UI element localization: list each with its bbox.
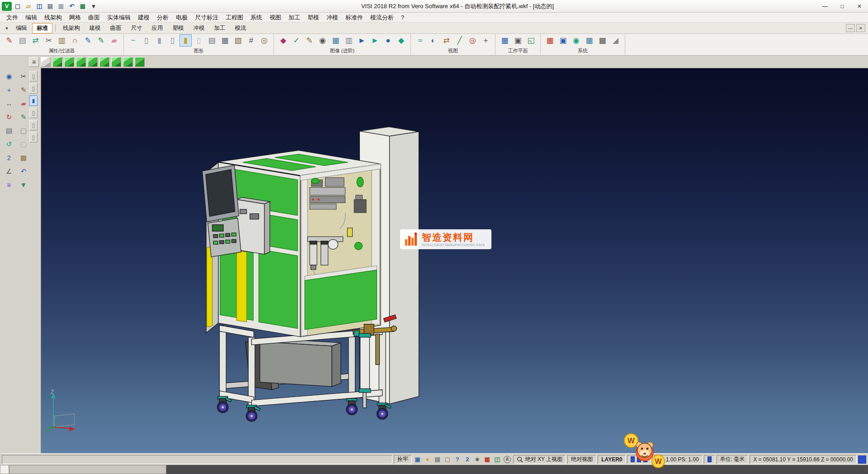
snapshot-icon[interactable]: ◉ — [316, 34, 329, 47]
gear-status-icon[interactable]: ∗ — [473, 455, 482, 464]
menu-item[interactable]: 建模 — [134, 13, 153, 23]
box-edit-icon[interactable]: ▧ — [232, 34, 244, 47]
absolute-view-indicator[interactable]: 绝对视图 — [567, 455, 596, 464]
rotate-icon[interactable]: ↻ — [3, 111, 15, 123]
view-2-icon[interactable]: 2 — [3, 152, 15, 163]
lock-indicator[interactable]: 拴牢 — [394, 455, 412, 464]
view-cube-wireframe[interactable] — [41, 57, 51, 67]
menu-item[interactable]: 实体编辑 — [104, 13, 134, 23]
machine-model[interactable]: Z — [41, 68, 868, 453]
scroll-corner[interactable] — [0, 465, 9, 474]
maximize-button[interactable]: □ — [834, 0, 851, 12]
export-icon[interactable]: ▼ — [18, 179, 29, 190]
grid-blue-icon[interactable]: ▦ — [583, 34, 595, 47]
menu-item[interactable]: 系统 — [247, 13, 266, 23]
solid-edit-icon[interactable]: ✎ — [303, 34, 316, 47]
entity-info-icon[interactable]: ◎ — [258, 34, 270, 47]
tab-modeling[interactable]: 建模 — [85, 23, 105, 33]
clipboard-mode-5-icon[interactable]: ▯ — [29, 120, 38, 130]
tab-machining[interactable]: 加工 — [210, 23, 230, 33]
circled-a-icon[interactable]: A — [504, 456, 511, 463]
cylinder-hide-icon[interactable]: ▯ — [166, 34, 179, 47]
doc-close-button[interactable]: ✕ — [856, 24, 865, 32]
menu-item[interactable]: 曲面 — [85, 13, 104, 23]
view-cube-top[interactable] — [64, 57, 74, 67]
new-file-icon[interactable]: ▢ — [13, 2, 23, 11]
diamond-teal-icon[interactable]: ◆ — [395, 34, 407, 47]
move-icon[interactable]: + — [3, 84, 15, 95]
ramp-icon[interactable]: ◢ — [609, 34, 622, 47]
tab-standard[interactable]: 标准 — [32, 23, 52, 33]
undo-icon[interactable]: ↶ — [18, 166, 29, 177]
sphere-icon[interactable]: ● — [382, 34, 394, 47]
tab-application[interactable]: 应用 — [147, 23, 168, 33]
tab-edit[interactable]: 编辑 — [11, 23, 32, 33]
clipboard-mode-1-icon[interactable]: ▯ — [29, 71, 38, 81]
view-cube-iso[interactable] — [52, 57, 62, 67]
menu-item[interactable]: 加工 — [285, 13, 304, 23]
document-status-icon[interactable]: ▢ — [443, 455, 452, 464]
color-palette-icon[interactable]: ▦ — [544, 34, 556, 47]
menu-item[interactable]: 网格 — [66, 13, 85, 23]
doc-minimize-button[interactable]: — — [846, 24, 855, 32]
preview-icon[interactable]: ▥ — [56, 2, 66, 11]
mascot-sticker[interactable]: W W — [621, 432, 668, 470]
solid-box-icon[interactable]: ▦ — [219, 34, 231, 47]
menu-item[interactable]: 文件 — [3, 13, 22, 23]
solid-verify-icon[interactable]: ✓ — [290, 34, 302, 47]
workplane-screen-icon[interactable]: ▣ — [512, 34, 524, 47]
undo-icon[interactable]: ↶ — [67, 2, 77, 11]
menu-item[interactable]: 塑模 — [304, 13, 323, 23]
filter-pen-blue-icon[interactable]: ✎ — [82, 34, 94, 47]
calc-icon[interactable]: # — [245, 34, 257, 47]
workplane-grid-icon[interactable]: ▦ — [499, 34, 511, 47]
printer-status-icon[interactable]: ▤ — [433, 455, 442, 464]
clipboard-mode-2-icon[interactable]: ▯ — [29, 83, 38, 94]
attr-cut-icon[interactable]: ✂ — [42, 34, 55, 47]
mascot-toggle-icon[interactable]: ● — [423, 455, 432, 464]
clipboard-mode-6-icon[interactable]: ▯ — [29, 132, 38, 142]
measure-icon[interactable]: ∠ — [3, 166, 15, 177]
viewport-3d[interactable]: Z — [41, 68, 868, 453]
print-stack-icon[interactable]: ▤ — [3, 125, 15, 136]
tab-die[interactable]: 冲模 — [189, 23, 209, 33]
menu-item[interactable]: 工程图 — [222, 13, 247, 23]
cylinder-pair-icon[interactable]: ▥ — [343, 34, 355, 47]
tab-flow[interactable]: 模流 — [231, 23, 251, 33]
dynamic-view-icon[interactable]: ≈ — [414, 34, 426, 47]
tab-mould[interactable]: 塑模 — [168, 23, 189, 33]
menu-item[interactable]: 标准件 — [342, 13, 367, 23]
shading-on-icon[interactable]: ▮ — [179, 34, 192, 47]
filter-pen-green-icon[interactable]: ✎ — [95, 34, 107, 47]
wireframe-list-icon[interactable]: ▤ — [206, 34, 218, 47]
monitor-icon[interactable]: ▣ — [557, 34, 569, 47]
arrow-solid-icon[interactable]: ► — [356, 34, 368, 47]
workplane-plane-icon[interactable]: ◱ — [525, 34, 537, 47]
attr-paste-icon[interactable]: ▥ — [56, 34, 68, 47]
view-cube-back[interactable] — [88, 57, 98, 67]
view-settings-icon[interactable]: + — [480, 34, 492, 47]
attr-copy-icon[interactable]: ▤ — [16, 34, 28, 47]
units-indicator[interactable]: 单位: 毫米 — [717, 455, 749, 464]
view-cube-front[interactable] — [76, 57, 86, 67]
pencil-icon[interactable]: ✎ — [18, 84, 29, 95]
blank-sheet-icon[interactable]: ▢ — [18, 138, 29, 150]
workplane-status-icon[interactable] — [858, 455, 866, 464]
arrow-cyan-icon[interactable]: ► — [369, 34, 381, 47]
zoom-line-icon[interactable]: ╱ — [453, 34, 466, 47]
layer-list-icon[interactable]: ≡ — [3, 179, 15, 190]
target-view-icon[interactable]: ◎ — [467, 34, 479, 47]
menu-item[interactable]: ? — [397, 13, 408, 22]
clipboard-mode-3-icon[interactable]: ▮ — [29, 95, 38, 106]
clipboard-mode-4-icon[interactable]: ▯ — [29, 108, 38, 118]
open-file-icon[interactable]: ▱ — [24, 2, 33, 11]
attr-edit-icon[interactable]: ✎ — [3, 34, 15, 47]
render-gem-icon[interactable]: ◆ — [277, 34, 289, 47]
pan-view-icon[interactable]: ⇄ — [440, 34, 453, 47]
tab-surface[interactable]: 曲面 — [106, 23, 126, 33]
tab-dimension[interactable]: 尺寸 — [127, 23, 147, 33]
view-2-status-icon[interactable]: 2 — [463, 455, 472, 464]
horizontal-scrollbar-thumb[interactable] — [9, 465, 166, 474]
menu-item[interactable]: 电极 — [172, 13, 191, 23]
menu-item[interactable]: 线架构 — [41, 13, 66, 23]
